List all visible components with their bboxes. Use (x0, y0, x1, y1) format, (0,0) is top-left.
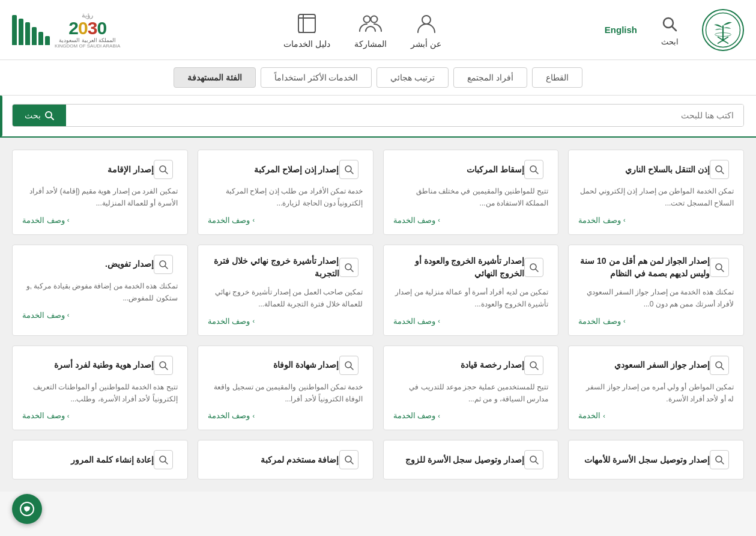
main-content: إذن التنقل بالسلاح الناري تمكن الخدمة ال… (0, 138, 756, 492)
service-link[interactable]: › وصف الخدمة (578, 216, 734, 225)
magnifier-icon (159, 455, 168, 464)
service-description: خدمة تمكن الأفراد من طلب إذن إصلاح المرك… (208, 185, 363, 210)
magnifier-button[interactable] (339, 160, 358, 179)
service-link[interactable]: › وصف الخدمة (393, 411, 549, 420)
service-link[interactable]: › الخدمة (578, 411, 734, 420)
magnifier-icon (715, 165, 724, 174)
svg-rect-10 (298, 14, 315, 32)
svg-point-7 (422, 16, 431, 24)
header-right: ابحث English (605, 8, 744, 51)
filter-tab-community[interactable]: أفراد المجتمع (453, 67, 527, 88)
magnifier-button[interactable] (710, 356, 729, 375)
nav-label-absher: عن أبشر (411, 39, 441, 49)
chevron-icon: › (438, 216, 440, 224)
nav-item-guide[interactable]: دليل الخدمات (283, 11, 330, 49)
service-card-header: إسقاط المركبات (393, 160, 549, 179)
service-title: إضافة مستخدم لمركبة (208, 454, 339, 466)
svg-line-17 (721, 171, 724, 174)
service-card: إذن التنقل بالسلاح الناري تمكن الخدمة ال… (568, 150, 744, 235)
search-submit-label: بحث (25, 111, 41, 120)
search-section: بحث (0, 96, 756, 138)
chevron-icon: › (623, 317, 626, 324)
filter-tab-popular[interactable]: الخدمات الأكثر استخداماً (261, 67, 372, 88)
filter-tab-target[interactable]: الفئة المستهدفة (174, 67, 256, 88)
magnifier-icon (344, 263, 354, 272)
svg-line-47 (165, 461, 168, 464)
magnifier-button[interactable] (524, 160, 543, 179)
service-card-header: إصدار وتوصيل سجل الأسرة للأمهات (578, 450, 734, 469)
service-link[interactable]: › وصف الخدمة (393, 216, 549, 225)
services-grid: إذن التنقل بالسلاح الناري تمكن الخدمة ال… (12, 150, 744, 480)
svg-line-19 (536, 171, 538, 174)
english-link[interactable]: English (605, 25, 637, 35)
service-title: إصدار جواز السفر السعودي (578, 359, 710, 371)
chevron-icon: › (438, 412, 440, 419)
svg-line-27 (536, 269, 538, 272)
chevron-icon: › (438, 317, 440, 324)
magnifier-button[interactable] (710, 258, 729, 277)
magnifier-icon (715, 455, 724, 464)
service-description: تمكين الفرد من إصدار هوية مقيم (إقامة) ل… (22, 185, 178, 210)
magnifier-button[interactable] (154, 356, 173, 375)
service-description: تتيح هذه الخدمة للمواطنين أو المواطنات ا… (22, 381, 178, 406)
svg-line-35 (536, 367, 538, 370)
magnifier-button[interactable] (524, 450, 543, 469)
chevron-icon: › (67, 216, 70, 224)
vision-logo: رؤية 2030 المملكة العربية السعودية KINGD… (12, 11, 120, 49)
service-link[interactable]: › وصف الخدمة (22, 311, 178, 320)
service-card-header: إصدار هوية وطنية لفرد أسرة (22, 356, 178, 375)
service-card: إضافة مستخدم لمركبة (198, 440, 373, 480)
chevron-icon: › (252, 216, 255, 224)
magnifier-icon (529, 263, 539, 272)
magnifier-button[interactable] (339, 450, 358, 469)
nav-item-participation[interactable]: المشاركة (354, 11, 387, 49)
service-description: خدمة تمكن المواطنين والمقيمين من تسجيل و… (208, 381, 363, 406)
service-card: إصدار إذن إصلاح المركبة خدمة تمكن الأفرا… (198, 150, 373, 235)
logo (702, 9, 744, 51)
service-card-header: إصدار إذن إصلاح المركبة (208, 160, 363, 179)
magnifier-icon (344, 165, 354, 174)
magnifier-button[interactable] (154, 160, 173, 179)
service-title: إصدار وتوصيل سجل الأسرة للزوج (393, 454, 525, 466)
chevron-icon: › (252, 412, 255, 419)
service-link[interactable]: › وصف الخدمة (393, 317, 549, 326)
service-card: إعادة إنشاء كلمة المرور (12, 440, 188, 480)
search-button[interactable]: ابحث (649, 8, 690, 51)
service-card-header: إصدار جواز السفر السعودي (578, 356, 734, 375)
search-submit-button[interactable]: بحث (13, 105, 66, 126)
magnifier-button[interactable] (339, 356, 358, 375)
magnifier-button[interactable] (154, 255, 173, 274)
search-input[interactable] (66, 105, 743, 126)
service-link[interactable]: › وصف الخدمة (22, 411, 178, 420)
magnifier-button[interactable] (154, 450, 173, 469)
magnifier-icon (529, 361, 539, 370)
service-card-header: إصدار رخصة قيادة (393, 356, 549, 375)
svg-line-41 (721, 461, 724, 464)
service-title: إصدار شهادة الوفاة (208, 359, 339, 371)
service-title: إذن التنقل بالسلاح الناري (578, 163, 710, 176)
service-link[interactable]: › وصف الخدمة (208, 411, 363, 420)
search-submit-icon (44, 111, 54, 120)
filter-tab-sector[interactable]: القطاع (532, 67, 582, 88)
magnifier-button[interactable] (524, 356, 543, 375)
magnifier-button[interactable] (524, 258, 543, 277)
chevron-icon: › (603, 412, 605, 419)
filter-tab-alpha[interactable]: ترتيب هجائي (376, 67, 449, 88)
service-link[interactable]: › وصف الخدمة (22, 216, 178, 225)
search-form: بحث (12, 104, 744, 127)
svg-line-21 (351, 171, 353, 174)
nav-item-absher[interactable]: عن أبشر (411, 11, 441, 49)
service-card-header: إذن التنقل بالسلاح الناري (578, 160, 734, 179)
service-link[interactable]: › وصف الخدمة (578, 317, 734, 326)
magnifier-button[interactable] (710, 450, 729, 469)
magnifier-icon (715, 263, 724, 272)
chevron-icon: › (67, 412, 70, 419)
svg-line-29 (351, 269, 353, 272)
magnifier-button[interactable] (339, 258, 358, 277)
service-title: إصدار وتوصيل سجل الأسرة للأمهات (578, 454, 710, 466)
magnifier-button[interactable] (710, 160, 729, 179)
svg-line-33 (721, 367, 724, 370)
service-link[interactable]: › وصف الخدمة (208, 317, 363, 326)
service-card-header: إعادة إنشاء كلمة المرور (22, 450, 178, 469)
service-link[interactable]: › وصف الخدمة (208, 216, 363, 225)
